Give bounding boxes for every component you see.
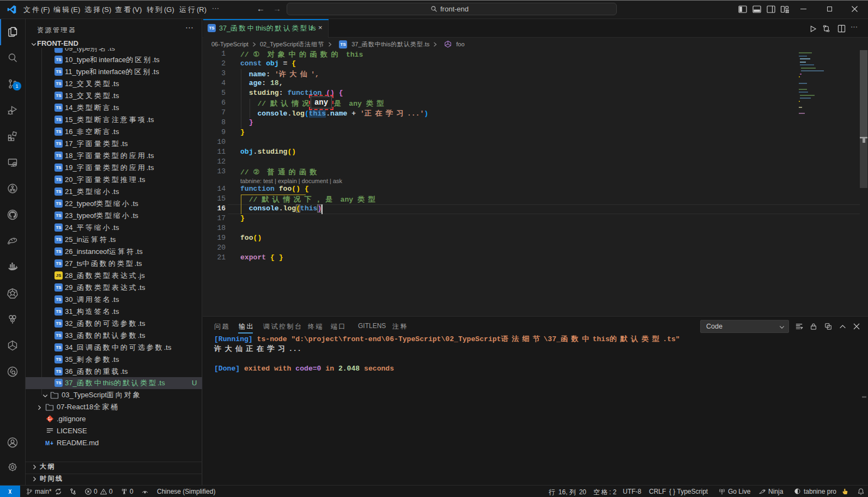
svg-text:M: M <box>45 440 50 446</box>
